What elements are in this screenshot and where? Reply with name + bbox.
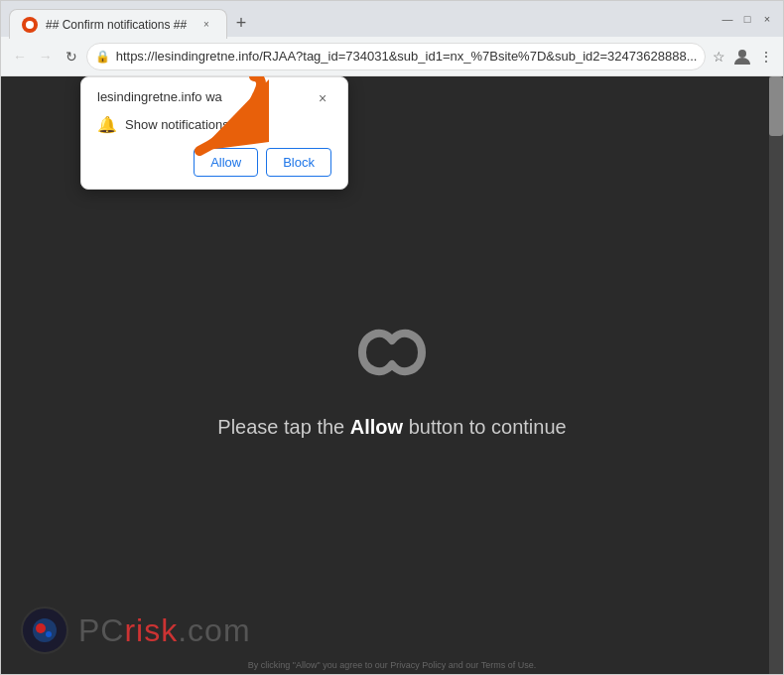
watermark-icon [21,607,68,654]
scrollbar-thumb[interactable] [769,76,783,136]
url-text: https://lesindingretne.info/RJAA?tag_id=… [116,49,698,64]
watermark: PCrisk.com [21,607,251,654]
svg-point-0 [738,50,746,58]
popup-close-button[interactable]: × [314,89,331,107]
lock-icon: 🔒 [95,50,110,64]
notification-label: Show notifications [125,117,229,132]
account-icon[interactable] [732,45,752,68]
popup-buttons: Allow Block [97,148,331,177]
page-message: Please tap the Allow button to continue [217,416,566,439]
tab-close-button[interactable]: × [198,17,214,33]
tab-title: ## Confirm notifications ## [46,18,191,32]
allow-button[interactable]: Allow [194,148,258,177]
svg-point-2 [36,623,46,633]
bookmark-icon[interactable]: ☆ [710,45,728,68]
scrollbar[interactable] [769,76,783,674]
popup-notification-row: 🔔 Show notifications [97,115,331,134]
block-button[interactable]: Block [266,148,331,177]
menu-icon[interactable]: ⋮ [756,45,775,68]
bell-icon: 🔔 [97,115,117,134]
minimize-button[interactable]: — [719,11,735,27]
maximize-button[interactable]: □ [739,11,755,27]
new-tab-button[interactable]: + [227,9,255,37]
address-bar: ← → ↻ 🔒 https://lesindingretne.info/RJAA… [1,37,783,76]
browser-window: ## Confirm notifications ## × + — □ × ← … [0,0,784,675]
watermark-text: PCrisk.com [78,612,251,649]
disclaimer: By clicking "Allow" you agree to our Pri… [1,660,783,670]
window-controls: — □ × [719,11,775,27]
popup-header: lesindingretne.info wa × [97,89,331,107]
svg-point-3 [46,631,52,637]
back-button[interactable]: ← [9,43,31,70]
refresh-button[interactable]: ↻ [61,43,82,70]
tab-strip: ## Confirm notifications ## × + [9,1,712,37]
url-bar[interactable]: 🔒 https://lesindingretne.info/RJAA?tag_i… [86,43,707,70]
tab-favicon [22,17,38,33]
popup-site-text: lesindingretne.info wa [97,89,222,104]
forward-button[interactable]: → [35,43,57,70]
title-bar: ## Confirm notifications ## × + — □ × [1,1,783,37]
close-button[interactable]: × [759,11,775,27]
browser-tab[interactable]: ## Confirm notifications ## × [9,9,227,39]
notification-popup: lesindingretne.info wa × 🔔 Show notifica… [80,76,348,190]
logo-container [332,313,452,396]
browser-content: Please tap the Allow button to continue … [1,76,783,674]
